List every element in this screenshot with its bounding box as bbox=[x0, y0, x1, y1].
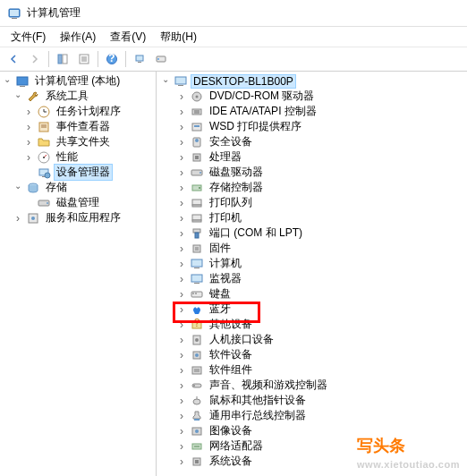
expander-icon[interactable] bbox=[23, 137, 34, 148]
device-tree-node[interactable]: 固件 bbox=[157, 241, 467, 256]
expander-icon[interactable] bbox=[176, 411, 187, 421]
tree-node-system-tools[interactable]: 系统工具 bbox=[0, 89, 156, 104]
device-tree-node[interactable]: 蓝牙 bbox=[157, 302, 467, 317]
menu-file[interactable]: 文件(F) bbox=[4, 28, 53, 47]
svg-point-36 bbox=[196, 95, 199, 98]
expander-icon[interactable] bbox=[160, 76, 171, 87]
device-tree-root[interactable]: DESKTOP-BL1B00P bbox=[157, 73, 467, 89]
tree-node-storage[interactable]: 存储 bbox=[0, 180, 156, 195]
expander-icon[interactable] bbox=[176, 456, 187, 467]
expander-icon[interactable] bbox=[23, 152, 34, 163]
svg-rect-54 bbox=[193, 229, 200, 233]
device-tree-node[interactable]: DVD/CD-ROM 驱动器 bbox=[157, 89, 467, 104]
show-hide-tree-button[interactable] bbox=[53, 49, 72, 69]
expander-icon[interactable] bbox=[176, 167, 187, 178]
device-tree-node[interactable]: 人机接口设备 bbox=[157, 332, 467, 347]
forward-button[interactable] bbox=[25, 49, 45, 69]
svg-rect-84 bbox=[195, 460, 199, 463]
expander-icon[interactable] bbox=[13, 91, 23, 102]
device-tree-node[interactable]: 声音、视频和游戏控制器 bbox=[157, 378, 467, 393]
device-tree-node[interactable]: 打印机 bbox=[157, 210, 467, 225]
device-tree-node[interactable]: 软件设备 bbox=[157, 347, 467, 362]
svg-rect-63 bbox=[192, 293, 194, 294]
back-button[interactable] bbox=[4, 49, 23, 69]
tree-node-services-apps[interactable]: 服务和应用程序 bbox=[0, 210, 156, 225]
menubar: 文件(F) 操作(A) 查看(V) 帮助(H) bbox=[0, 27, 467, 47]
help-button[interactable]: ? bbox=[102, 49, 122, 69]
device-tree-node[interactable]: WSD 打印提供程序 bbox=[157, 119, 467, 134]
device-tree-node[interactable]: 处理器 bbox=[157, 149, 467, 165]
expander-icon[interactable] bbox=[176, 259, 187, 269]
tree-node-performance[interactable]: 性能 bbox=[0, 149, 156, 165]
menu-help[interactable]: 帮助(H) bbox=[153, 28, 204, 47]
tree-node-task-scheduler[interactable]: 任务计划程序 bbox=[0, 104, 156, 119]
expander-icon[interactable] bbox=[176, 152, 187, 163]
expander-icon[interactable] bbox=[176, 274, 187, 285]
expander-icon[interactable] bbox=[176, 426, 187, 437]
tree-node-root[interactable]: 计算机管理 (本地) bbox=[0, 73, 156, 89]
expander-icon[interactable] bbox=[23, 106, 34, 117]
expander-icon[interactable] bbox=[176, 228, 187, 239]
svg-point-65 bbox=[196, 305, 199, 308]
services-icon bbox=[26, 211, 40, 225]
device-tree-node[interactable]: 端口 (COM 和 LPT) bbox=[157, 225, 467, 241]
folder-icon bbox=[37, 135, 51, 149]
device-tree-node[interactable]: 磁盘驱动器 bbox=[157, 165, 467, 180]
expander-icon[interactable] bbox=[176, 350, 187, 361]
left-tree-pane: 计算机管理 (本地) 系统工具 任务计划程序 事件查看器 共享文件夹 性能 bbox=[0, 72, 157, 476]
device-tree-node[interactable]: 打印队列 bbox=[157, 195, 467, 210]
expander-icon[interactable] bbox=[176, 289, 187, 300]
svg-rect-15 bbox=[17, 77, 28, 85]
tree-label: 系统设备 bbox=[207, 453, 255, 470]
expander-icon[interactable] bbox=[176, 380, 187, 391]
expander-icon[interactable] bbox=[176, 365, 187, 376]
expander-icon[interactable] bbox=[13, 183, 23, 193]
device-tree-node[interactable]: 安全设备 bbox=[157, 134, 467, 149]
expander-icon[interactable] bbox=[176, 91, 187, 102]
device-tree-node[interactable]: 计算机 bbox=[157, 256, 467, 271]
svg-text:?: ? bbox=[108, 53, 115, 64]
expander-icon[interactable] bbox=[176, 137, 187, 148]
svg-rect-53 bbox=[192, 220, 201, 222]
tree-node-disk-management[interactable]: 磁盘管理 bbox=[0, 195, 156, 210]
device-tree-node[interactable]: 监视器 bbox=[157, 271, 467, 286]
expander-icon[interactable] bbox=[176, 106, 187, 117]
expander-icon[interactable] bbox=[176, 335, 187, 345]
tree-node-shared-folders[interactable]: 共享文件夹 bbox=[0, 134, 156, 149]
device-tree-node[interactable]: 鼠标和其他指针设备 bbox=[157, 393, 467, 408]
expander-icon[interactable] bbox=[176, 243, 187, 254]
expander-icon[interactable] bbox=[176, 213, 187, 224]
properties-button[interactable] bbox=[74, 49, 94, 69]
svg-point-49 bbox=[199, 187, 200, 189]
expander-icon[interactable] bbox=[176, 441, 187, 452]
expander-icon[interactable] bbox=[176, 198, 187, 208]
expander-icon[interactable] bbox=[2, 76, 13, 87]
expander-icon[interactable] bbox=[13, 213, 23, 224]
tree-node-event-viewer[interactable]: 事件查看器 bbox=[0, 119, 156, 134]
expander-icon[interactable] bbox=[176, 319, 187, 330]
device-tree-node[interactable]: 通用串行总线控制器 bbox=[157, 408, 467, 423]
device-tree-node[interactable]: IDE ATA/ATAPI 控制器 bbox=[157, 104, 467, 119]
expander-icon[interactable] bbox=[176, 304, 187, 315]
device-category-icon bbox=[190, 196, 204, 210]
tree-node-device-manager[interactable]: 设备管理器 bbox=[0, 165, 156, 180]
svg-rect-1 bbox=[12, 18, 17, 19]
menu-action[interactable]: 操作(A) bbox=[53, 28, 103, 47]
device-tree-node[interactable]: 键盘 bbox=[157, 286, 467, 302]
svg-rect-16 bbox=[20, 86, 25, 87]
expander-icon[interactable] bbox=[23, 122, 34, 132]
scan-button[interactable] bbox=[130, 49, 149, 69]
menu-view[interactable]: 查看(V) bbox=[103, 28, 153, 47]
expander-icon[interactable] bbox=[176, 395, 187, 406]
device-tree-node[interactable]: 软件组件 bbox=[157, 362, 467, 378]
svg-text:?: ? bbox=[194, 318, 200, 329]
expander-icon[interactable] bbox=[176, 122, 187, 132]
svg-rect-34 bbox=[178, 85, 183, 86]
device-category-icon bbox=[190, 181, 204, 195]
expander-icon[interactable] bbox=[176, 183, 187, 193]
device-tree-node[interactable]: 存储控制器 bbox=[157, 180, 467, 195]
app-icon bbox=[7, 6, 21, 21]
device-category-icon bbox=[190, 333, 204, 347]
device-tree-node[interactable]: ?其他设备 bbox=[157, 317, 467, 332]
device-icon-button[interactable] bbox=[151, 49, 171, 69]
